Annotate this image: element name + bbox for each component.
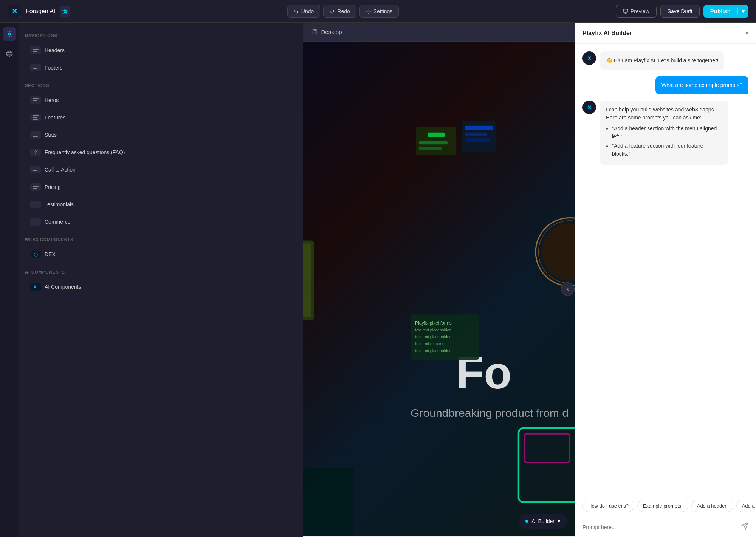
settings-button[interactable]: Settings bbox=[359, 5, 399, 18]
send-button[interactable] bbox=[741, 522, 748, 532]
ai-panel-title: Playfix AI Builder bbox=[582, 30, 632, 37]
stats-icon bbox=[30, 131, 41, 139]
preview-button[interactable]: Preview bbox=[616, 5, 657, 18]
sidebar-item-features[interactable]: Features bbox=[25, 110, 297, 125]
ai-avatar: ✕ bbox=[582, 51, 596, 65]
app-name: Foragen AI bbox=[26, 8, 55, 15]
preview-background bbox=[303, 42, 575, 536]
ai-avatar-2: ✕ bbox=[582, 101, 596, 114]
user-message-row: What are some example prompts? bbox=[582, 76, 748, 94]
headers-icon bbox=[30, 46, 41, 54]
ai-fab-indicator bbox=[525, 520, 528, 523]
undo-button[interactable]: Undo bbox=[287, 5, 320, 18]
desktop-icon: 🖥 bbox=[311, 28, 318, 36]
dex-icon: ⬡ bbox=[30, 251, 41, 258]
sidebar-item-faq[interactable]: ? Frequently asked questions (FAQ) bbox=[25, 144, 297, 160]
main-canvas: 🖥 Desktop PLAYFIX BUILDER bbox=[303, 23, 575, 537]
ai-list-item: "Add a header section with the menu alig… bbox=[612, 125, 722, 141]
sidebar-item-headers[interactable]: Headers bbox=[25, 42, 297, 58]
footers-icon bbox=[30, 64, 41, 71]
ai-list-item: "Add a feature section with four feature… bbox=[612, 142, 722, 158]
components-icon[interactable] bbox=[3, 27, 16, 41]
sidebar-item-dex[interactable]: ⬡ DEX bbox=[25, 246, 297, 262]
publish-chevron-icon[interactable]: ▾ bbox=[737, 8, 748, 15]
sidebar-item-heros[interactable]: Heros bbox=[25, 92, 297, 108]
topbar-left: ✕ Foragen AI bbox=[8, 5, 70, 18]
logo-icon[interactable]: ✕ bbox=[8, 5, 21, 18]
testimonials-icon: " bbox=[30, 201, 41, 208]
ai-builder-panel: Playfix AI Builder ▾ ✕ 👋 Hi! I am Playfi… bbox=[575, 23, 756, 537]
sidebar-item-testimonials[interactable]: " Testimonials bbox=[25, 197, 297, 212]
save-draft-button[interactable]: Save Draft bbox=[660, 5, 700, 18]
chat-area: ✕ 👋 Hi! I am Playfix AI. Let's build a s… bbox=[575, 44, 756, 495]
svg-point-0 bbox=[368, 11, 369, 12]
sections-label: SECTIONS bbox=[25, 83, 297, 88]
sidebar-item-commerce[interactable]: Commerce bbox=[25, 214, 297, 230]
publish-button[interactable]: Publish ▾ bbox=[703, 5, 748, 18]
commerce-icon bbox=[30, 218, 41, 226]
redo-button[interactable]: Redo bbox=[323, 5, 356, 18]
navigations-label: NAVIGATIONS bbox=[25, 33, 297, 38]
ai-builder-fab[interactable]: AI Builder ▾ bbox=[519, 514, 567, 529]
svg-rect-1 bbox=[623, 9, 628, 12]
cta-icon bbox=[30, 166, 41, 173]
ai-response-list: "Add a header section with the menu alig… bbox=[606, 125, 722, 158]
sidebar-item-ai-components[interactable]: AI AI Components bbox=[25, 279, 297, 295]
user-message-bubble: What are some example prompts? bbox=[655, 76, 748, 94]
ai-response-row: ✕ I can help you build websites and web3… bbox=[582, 101, 748, 165]
ai-greeting-bubble: 👋 Hi! I am Playfix AI. Let's build a sit… bbox=[600, 51, 724, 70]
svg-point-2 bbox=[8, 33, 10, 35]
topbar-right: Preview Save Draft Publish ▾ bbox=[616, 5, 748, 18]
sidebar-item-pricing[interactable]: Pricing bbox=[25, 179, 297, 195]
panel-collapse-button[interactable]: ‹ bbox=[561, 282, 575, 296]
ai-panel-chevron-icon[interactable]: ▾ bbox=[745, 29, 748, 37]
sidebar: NAVIGATIONS Headers Footers SECTIONS Her… bbox=[19, 23, 303, 537]
quick-prompt-more[interactable]: Add a h... bbox=[736, 500, 756, 512]
pin-button[interactable] bbox=[60, 6, 70, 17]
prompt-input[interactable] bbox=[582, 524, 737, 530]
prompt-input-area bbox=[575, 517, 756, 537]
canvas-preview-area[interactable]: PLAYFIX BUILDER Fo Groundbreaking produc… bbox=[303, 42, 575, 536]
quick-prompts-bar: How do I use this? Example prompts. Add … bbox=[575, 495, 756, 517]
features-icon bbox=[30, 114, 41, 121]
canvas-view-label: Desktop bbox=[321, 29, 342, 35]
ai-greeting-row: ✕ 👋 Hi! I am Playfix AI. Let's build a s… bbox=[582, 51, 748, 70]
quick-prompt-examples[interactable]: Example prompts. bbox=[637, 500, 688, 512]
faq-icon: ? bbox=[30, 149, 41, 156]
svg-rect-3 bbox=[6, 53, 12, 55]
quick-prompt-header[interactable]: Add a header. bbox=[691, 500, 733, 512]
ai-label: AI COMPONENTS bbox=[25, 270, 297, 274]
canvas-header: 🖥 Desktop bbox=[303, 23, 575, 42]
ai-fab-chevron-icon: ▾ bbox=[558, 518, 560, 524]
main-layout: NAVIGATIONS Headers Footers SECTIONS Her… bbox=[0, 23, 756, 537]
layers-icon[interactable] bbox=[3, 47, 16, 60]
pricing-icon bbox=[30, 183, 41, 191]
sidebar-item-cta[interactable]: Call to Action bbox=[25, 162, 297, 178]
heros-icon bbox=[30, 96, 41, 104]
quick-prompt-use[interactable]: How do I use this? bbox=[582, 500, 634, 512]
sidebar-item-stats[interactable]: Stats bbox=[25, 127, 297, 143]
ai-panel-header: Playfix AI Builder ▾ bbox=[575, 23, 756, 44]
sidebar-icon-rail bbox=[0, 23, 19, 537]
topbar: ✕ Foragen AI Undo Redo Settings Preview … bbox=[0, 0, 756, 23]
topbar-center: Undo Redo Settings bbox=[287, 5, 399, 18]
ai-icon: AI bbox=[30, 283, 41, 291]
sidebar-item-footers[interactable]: Footers bbox=[25, 60, 297, 76]
ai-response-bubble: I can help you build websites and web3 d… bbox=[600, 101, 728, 165]
web3-label: WEB3 COMPONENTS bbox=[25, 237, 297, 242]
